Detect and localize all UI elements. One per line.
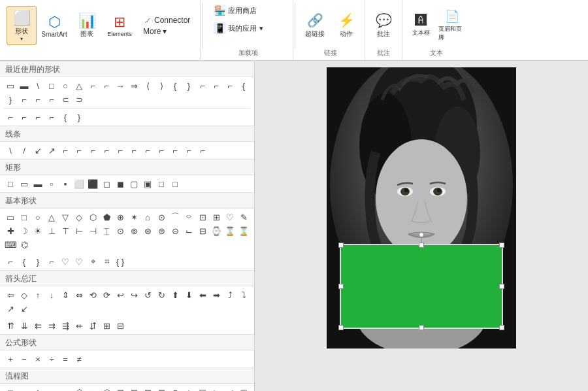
shape-item[interactable]: ⌒ [169,211,182,224]
shape-item[interactable]: △ [182,386,195,391]
shape-item[interactable]: ⊡ [196,211,209,224]
shape-item[interactable]: ⟲ [86,288,99,301]
shape-item[interactable]: ⊲ [223,386,237,391]
handle-bottom-left[interactable] [338,325,344,330]
shape-item[interactable]: ⬇ [182,288,195,301]
shape-item[interactable]: ⌐ [59,144,72,157]
shape-item[interactable]: ◇ [18,288,31,301]
shape-item[interactable]: ↩ [114,288,127,301]
shape-item[interactable]: ⌐ [45,93,58,106]
shape-item[interactable]: ⊞ [210,211,223,224]
shape-item[interactable]: ⊝ [169,224,182,237]
handle-bottom-right[interactable] [499,325,504,330]
shape-item[interactable]: ▬ [18,79,31,92]
shape-item[interactable]: ⇶ [59,319,72,332]
shape-item[interactable]: { [169,79,182,92]
shape-item[interactable]: ⇈ [4,319,17,332]
shape-item[interactable]: □ [169,177,182,190]
shape-item[interactable]: ⇔ [73,288,86,301]
rotation-handle[interactable] [419,232,424,237]
shape-item[interactable]: ⌖ [86,255,99,268]
shape-item[interactable]: ⌙ [182,224,195,237]
handle-top-middle[interactable] [419,243,424,248]
shape-item[interactable]: { [18,255,31,268]
smartart-button[interactable]: ⬡ SmartArt [39,6,69,45]
shape-item[interactable]: ⊣ [86,224,99,237]
shape-item[interactable]: ✶ [127,211,140,224]
shape-item[interactable]: ⌂ [86,386,99,391]
shape-item[interactable]: ⇕ [59,288,72,301]
shape-item[interactable]: ⊚ [127,224,140,237]
shape-item[interactable]: ◻ [100,177,113,190]
shape-item[interactable]: ⊜ [155,224,168,237]
shape-item[interactable]: \ [4,144,17,157]
textbox-button[interactable]: 🅰 文本框 [406,6,435,45]
app-store-button[interactable]: 🏪 应用商店 [209,3,287,18]
shape-item[interactable]: ⌐ [182,144,195,157]
shape-item[interactable]: ▢ [127,177,140,190]
shape-item[interactable]: { } [114,255,127,268]
shape-item[interactable]: ⊥ [45,224,58,237]
header-footer-button[interactable]: 📄 页眉和页脚 [438,6,466,45]
shape-item[interactable]: ⊟ [141,386,154,391]
shape-item[interactable]: ⊳ [210,386,223,391]
shape-item[interactable]: ⇷ [73,319,86,332]
shape-item[interactable]: × [31,352,44,366]
shape-item[interactable]: ⌐ [45,255,58,268]
shape-item[interactable]: ☽ [18,224,31,237]
shape-item[interactable]: ♡ [59,255,72,268]
shape-item[interactable]: △ [73,79,86,92]
shape-item[interactable]: ➡ [210,288,223,301]
shape-item[interactable]: ⊃ [73,93,86,106]
shape-item[interactable]: ⊢ [73,224,86,237]
shape-item[interactable]: ▽ [196,386,209,391]
comment-button[interactable]: 💬 批注 [369,6,398,45]
shape-item[interactable]: ⌶ [100,224,113,237]
shape-item[interactable]: ▱ [59,386,72,391]
shape-item[interactable]: ⟩ [155,79,168,92]
shape-item[interactable]: ✚ [4,224,17,237]
shape-item[interactable]: ⌂ [141,211,154,224]
shape-item[interactable]: ↙ [31,144,44,157]
shape-item[interactable]: ⌐ [18,110,31,124]
shape-item[interactable]: ▢ [237,386,250,391]
shape-item[interactable]: ↓ [45,288,58,301]
shape-item[interactable]: ⌐ [31,93,44,106]
shape-item[interactable]: \ [31,79,44,92]
canvas-image[interactable] [327,67,516,348]
shape-item[interactable]: ⌐ [18,93,31,106]
shape-item[interactable]: ⌐ [169,144,182,157]
shape-item[interactable]: ▬ [31,177,44,190]
shape-item[interactable]: ⬡ [86,211,99,224]
shape-item[interactable]: ↗ [45,144,58,157]
shape-item[interactable]: ⊟ [114,319,127,332]
shape-item[interactable]: ▪ [59,177,72,190]
shape-item[interactable]: { [237,79,250,92]
shape-item[interactable]: ⌐ [31,110,44,124]
shape-item[interactable]: ▭ [4,79,17,92]
shape-item[interactable]: □ [155,177,168,190]
action-button[interactable]: ⚡ 动作 [332,6,361,45]
shape-item[interactable]: ⊡ [114,386,127,391]
shape-item[interactable]: ↙ [18,302,31,315]
shape-item[interactable]: ⊙ [169,386,182,391]
shape-item[interactable]: □ [18,211,31,224]
shape-item[interactable]: ⌗ [100,255,113,268]
elements-button[interactable]: ⊞ Elements [105,6,135,45]
shape-item[interactable]: □ [4,177,17,190]
shape-item[interactable]: ↗ [4,302,17,315]
shape-item[interactable]: ⌐ [223,79,237,92]
shape-item[interactable]: ⌛ [237,224,250,237]
shape-item[interactable]: ⊤ [59,224,72,237]
my-apps-button[interactable]: 📱 我的应用 ▾ [209,20,287,36]
shape-item[interactable]: ⬅ [196,288,209,301]
shape-button[interactable]: ⬜ 形状 ▾ [7,6,37,45]
handle-middle-left[interactable] [338,284,344,289]
shape-item[interactable]: ⌐ [4,255,17,268]
shape-item[interactable]: ⌐ [4,110,17,124]
shape-item[interactable]: − [18,352,31,366]
shape-item[interactable]: ↑ [31,288,44,301]
shape-item[interactable]: + [4,352,17,366]
hyperlink-button[interactable]: 🔗 超链接 [301,6,329,45]
shape-item[interactable]: ⇉ [45,319,58,332]
